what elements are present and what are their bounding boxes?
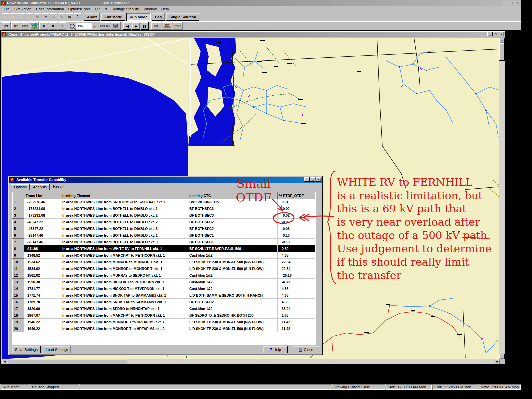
tab-result[interactable]: Result	[50, 184, 66, 190]
table-row[interactable]: 9 1348.52 In area NORTHWES Line from MAR…	[13, 252, 315, 259]
case-minimize-button[interactable]: _	[487, 32, 493, 36]
restart-button[interactable]: ◀	[123, 22, 131, 30]
save-view-icon[interactable]: SAVE VIEW	[111, 22, 121, 30]
table-row[interactable]: 17 1820.60 In area NORTHWES Line from SE…	[13, 305, 315, 312]
close-button[interactable]: ×	[515, 1, 520, 5]
table-row[interactable]: 2 -173231.08 In area NORTHWES Line from …	[13, 205, 315, 212]
table-row[interactable]: 3 -173231.08 In area NORTHWES Line from …	[13, 212, 315, 219]
edit-case-icon[interactable]: ✎	[34, 13, 41, 20]
close-dialog-button[interactable]: Close	[292, 346, 320, 353]
atc-results-table-container[interactable]: Trans Lim Limiting Element Limiting CTG …	[12, 192, 316, 345]
atc-close-button[interactable]: ×	[316, 177, 321, 182]
vertical-scrollbar[interactable]: ▲ ▼	[499, 38, 505, 359]
mdi-area: ⚡ Case: G:\Jamie\Projects\PSERC 11_6_200…	[0, 30, 521, 384]
minimize-button[interactable]: _	[503, 1, 508, 5]
limiting-element-cell: In area NORTHWES Line from MONROE to MON…	[61, 265, 188, 272]
grid-con-icon[interactable]: GRID CON	[100, 22, 110, 30]
flag-icon[interactable]: ⚑	[42, 13, 49, 20]
menu-simulation[interactable]: Simulation	[12, 6, 34, 12]
menu-window[interactable]: Window	[141, 6, 159, 12]
help-button[interactable]: ? Help	[263, 346, 288, 353]
horizontal-scrollbar[interactable]: ◀ ▶	[2, 359, 500, 364]
open-case-icon[interactable]: ⚡	[2, 13, 9, 20]
help-icon[interactable]: ?	[74, 13, 81, 20]
menu-case-information[interactable]: Case Information	[34, 6, 66, 12]
pause-button[interactable]: ▮▮	[141, 22, 149, 30]
save-case-icon[interactable]: ⚡	[10, 13, 17, 20]
fault-icon[interactable]: FAULT	[173, 22, 183, 30]
atc-minimize-button[interactable]: _	[304, 177, 310, 182]
menu-lp-opf[interactable]: LP OPF	[93, 6, 111, 12]
scroll-left-icon[interactable]: ◀	[2, 359, 7, 364]
zoom-level-input[interactable]: 1%	[76, 23, 92, 29]
table-row[interactable]: 11 1534.62 In area NORTHWES Line from MO…	[13, 265, 315, 272]
limiting-ctg-cell: Cust-Mon 1&2	[188, 279, 278, 285]
table-row[interactable]: 16 1789.78 In area NORTHWES Line from SN…	[13, 299, 315, 305]
table-row[interactable]: 19 1946.22 In area NORTHWES Line from MO…	[13, 319, 315, 325]
abort-x-icon[interactable]: ×	[58, 13, 65, 20]
table-row[interactable]: 1 -202976.46 In area NORTHWES Line from …	[13, 199, 315, 205]
ptdf-otdf-cell: 4.68	[278, 292, 315, 299]
sens-icon[interactable]: SENS	[21, 22, 29, 30]
table-row[interactable]: 5 -46347.22 In area NORTHWES Line from B…	[13, 225, 315, 232]
vertical-scroll-thumb[interactable]	[499, 43, 505, 61]
load-script-icon[interactable]: ⚡	[18, 13, 25, 20]
log-button[interactable]: Log	[152, 13, 165, 21]
limiting-element-cell: In area NORTHWES Line from WHITE RV to F…	[61, 245, 188, 252]
trans-lim-cell: 1789.78	[24, 299, 61, 305]
scroll-right-icon[interactable]: ▶	[495, 359, 500, 364]
check-icon[interactable]: ✓	[50, 13, 57, 20]
grid-display2-icon[interactable]: ▦	[49, 22, 57, 30]
print-icon[interactable]: ▤	[66, 13, 73, 20]
col-limiting-ctg[interactable]: Limiting CTG	[188, 192, 278, 199]
col-limiting-element[interactable]: Limiting Element	[61, 192, 188, 199]
case-restore-button[interactable]: □	[493, 32, 498, 36]
menu-help[interactable]: Help	[159, 6, 171, 12]
script-icon[interactable]: SCR	[151, 22, 161, 30]
status-spacer	[80, 384, 332, 390]
tab-options[interactable]: Options	[11, 184, 30, 190]
menu-file[interactable]: File	[1, 6, 12, 12]
horizontal-scroll-thumb[interactable]	[8, 359, 127, 364]
table-row[interactable]: 8 911.98 In area NORTHWES Line from WHIT…	[13, 245, 315, 252]
pointer-icon[interactable]: ✎	[58, 22, 66, 30]
zoom-dropdown-icon[interactable]: ▼	[92, 23, 97, 29]
single-solution-button[interactable]: Single Solution	[166, 13, 199, 21]
menu-voltage-stability[interactable]: Voltage Stability	[110, 6, 141, 12]
row-number-cell: 9	[13, 252, 24, 259]
table-row[interactable]: 7 -26147.46 In area NORTHWES Line from B…	[13, 239, 315, 245]
table-row[interactable]: 20 1946.22 In area NORTHWES Line from MO…	[13, 325, 315, 332]
case-close-button[interactable]: ×	[499, 32, 504, 36]
grid-display-icon[interactable]: ▦	[39, 22, 48, 30]
quick-power-flow-icon[interactable]: QUICK PWR FLOW	[30, 22, 39, 30]
menu-options-tools[interactable]: Options/Tools	[66, 6, 93, 12]
atc-maximize-button[interactable]: □	[310, 177, 315, 182]
col-trans-lim[interactable]: Trans Lim	[24, 192, 61, 199]
load-settings-button[interactable]: Load Settings	[43, 346, 71, 353]
table-row[interactable]: 13 1590.30 In area NORTHWES Line from HI…	[13, 279, 315, 285]
atc-results-table: Trans Lim Limiting Element Limiting CTG …	[12, 192, 315, 332]
diff-case-icon[interactable]: DIFF CASE	[162, 22, 172, 30]
tab-analysis[interactable]: Analysis	[30, 184, 50, 190]
run-mode-button[interactable]: Run Mode	[126, 13, 151, 21]
table-row[interactable]: 18 1867.07 In area NORTHWES Line from MA…	[13, 312, 315, 319]
opf-icon[interactable]: OPF	[2, 22, 11, 30]
table-row[interactable]: 6 -26147.46 In area NORTHWES Line from B…	[13, 232, 315, 239]
table-row[interactable]: 15 1771.74 In area NORTHWES Line from SN…	[13, 292, 315, 299]
col-rownum[interactable]	[13, 192, 24, 199]
table-row[interactable]: 4 -46347.22 In area NORTHWES Line from B…	[13, 219, 315, 225]
col-ptdf-otdf[interactable]: % PTDF_OTDF	[278, 192, 315, 199]
ptdf-otdf-cell: 11.42	[278, 319, 315, 325]
aux-file-icon[interactable]: ⚡	[26, 13, 33, 20]
opf-atc-icon[interactable]: OPF	[11, 22, 20, 30]
abort-button[interactable]: Abort	[84, 13, 100, 21]
table-row[interactable]: 12 1561.02 In area NORTHWES Line from MU…	[13, 272, 315, 279]
edit-mode-button[interactable]: Edit Mode	[101, 13, 125, 21]
maximize-button[interactable]: □	[509, 1, 514, 5]
table-row[interactable]: 10 1534.62 In area NORTHWES Line from MO…	[13, 259, 315, 265]
save-settings-button[interactable]: Save Settings	[12, 346, 41, 353]
play-button[interactable]: ▶	[132, 22, 140, 30]
scroll-up-icon[interactable]: ▲	[499, 38, 505, 43]
table-row[interactable]: 14 1731.77 In area NORTHWES Line from HI…	[13, 285, 315, 292]
scroll-down-icon[interactable]: ▼	[499, 354, 505, 359]
